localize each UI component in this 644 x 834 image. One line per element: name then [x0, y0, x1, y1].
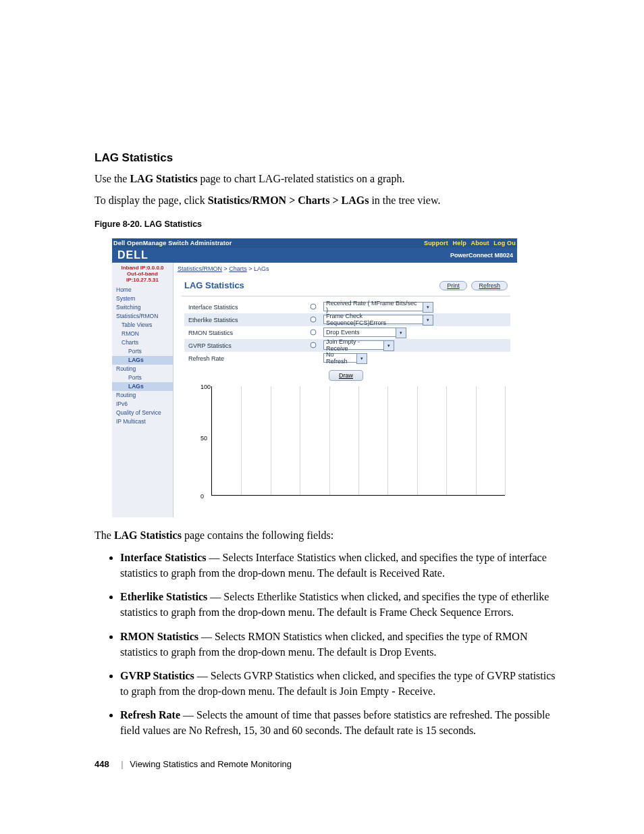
sidebar-item[interactable]: Ports: [112, 373, 173, 382]
select-value[interactable]: Frame Check Sequence(FCS)Errors: [323, 315, 423, 324]
option-row: RMON StatisticsDrop Events▾: [184, 326, 510, 339]
refresh-button[interactable]: Refresh: [471, 281, 508, 290]
chevron-down-icon[interactable]: ▾: [356, 353, 367, 364]
text: To display the page, click: [95, 194, 208, 206]
select-value[interactable]: Drop Events: [323, 328, 396, 337]
select-value[interactable]: Received Rate ( MFrame Bits/sec ): [323, 302, 423, 311]
window-title: Dell OpenManage Switch Administrator: [113, 240, 232, 246]
chevron-down-icon[interactable]: ▾: [423, 315, 433, 325]
window-titlebar: Dell OpenManage Switch Administrator Sup…: [112, 238, 517, 248]
gridline: [271, 386, 271, 495]
sidebar-item[interactable]: IP Multicast: [112, 417, 173, 426]
sidebar-item[interactable]: Charts: [112, 338, 173, 347]
breadcrumb: Statistics/RMON > Charts > LAGs: [178, 265, 517, 272]
main-panel: Statistics/RMON > Charts > LAGs LAG Stat…: [173, 263, 517, 517]
text-bold: LAG Statistics: [130, 173, 197, 184]
option-row: Interface StatisticsReceived Rate ( MFra…: [184, 301, 510, 313]
fields-list: Interface Statistics — Selects Interface…: [103, 550, 564, 739]
option-label: Etherlike Statistics: [184, 317, 303, 323]
footer-chapter: Viewing Statistics and Remote Monitoring: [130, 759, 292, 769]
select-value[interactable]: Join Empty - Receive: [323, 340, 384, 350]
embedded-screenshot: Dell OpenManage Switch Administrator Sup…: [112, 238, 517, 517]
link-support[interactable]: Support: [424, 240, 448, 246]
svg-point-2: [311, 330, 316, 335]
list-item: Refresh Rate — Selects the amount of tim…: [120, 707, 564, 738]
text: page to chart LAG-related statistics on …: [197, 173, 404, 184]
gridline: [417, 386, 418, 495]
gridline: [241, 386, 242, 495]
chevron-down-icon[interactable]: ▾: [396, 328, 406, 338]
gridline: [358, 386, 359, 495]
gridline: [300, 386, 300, 495]
breadcrumb-link[interactable]: Statistics/RMON: [178, 265, 222, 272]
product-name: PowerConnect M8024: [450, 252, 513, 259]
text: page contains the following fields:: [182, 529, 333, 541]
radio-button[interactable]: [303, 329, 323, 337]
dell-logo: DELL: [116, 249, 149, 261]
outofband-ip: Out-of-band IP:10.27.5.31: [113, 271, 171, 284]
svg-point-1: [311, 317, 316, 322]
field-name: Interface Statistics: [120, 552, 207, 563]
brand-bar: DELL PowerConnect M8024: [112, 248, 517, 263]
section-heading: LAG Statistics: [95, 151, 564, 165]
sidebar-item[interactable]: LAGs: [112, 356, 173, 365]
select-value[interactable]: No Refresh: [323, 353, 357, 363]
sidebar: Inband IP:0.0.0.0 Out-of-band IP:10.27.5…: [112, 263, 173, 517]
field-desc: — Selects the amount of time that passes…: [120, 709, 550, 736]
list-item: Interface Statistics — Selects Interface…: [120, 550, 564, 581]
text-bold: Statistics/RMON > Charts > LAGs: [208, 194, 369, 206]
svg-point-3: [311, 342, 316, 348]
svg-point-0: [311, 304, 316, 309]
text-bold: LAG Statistics: [114, 529, 182, 541]
option-row: Etherlike StatisticsFrame Check Sequence…: [184, 313, 510, 326]
draw-button[interactable]: Draw: [329, 370, 363, 381]
options-table: Interface StatisticsReceived Rate ( MFra…: [184, 301, 510, 365]
chart-axes: [211, 386, 505, 496]
list-item: GVRP Statistics — Selects GVRP Statistic…: [120, 668, 564, 699]
chevron-down-icon[interactable]: ▾: [423, 302, 433, 313]
y-tick-label: 50: [200, 435, 207, 442]
list-item: Etherlike Statistics — Selects Etherlike…: [120, 589, 564, 620]
sidebar-item[interactable]: LAGs: [112, 382, 173, 391]
link-logout[interactable]: Log Ou: [493, 240, 516, 246]
sidebar-item[interactable]: RMON: [112, 330, 173, 338]
option-label: Refresh Rate: [184, 355, 303, 362]
radio-button[interactable]: [303, 316, 323, 324]
field-name: Refresh Rate: [120, 709, 180, 721]
radio-button[interactable]: [303, 303, 323, 311]
radio-button[interactable]: [303, 342, 323, 350]
sidebar-item[interactable]: Switching: [112, 303, 173, 312]
sidebar-item[interactable]: Home: [112, 286, 173, 294]
breadcrumb-link[interactable]: Charts: [229, 265, 247, 272]
sidebar-item[interactable]: Statistics/RMON: [112, 312, 173, 321]
sidebar-item[interactable]: System: [112, 294, 173, 303]
sidebar-item[interactable]: Routing: [112, 391, 173, 400]
link-help[interactable]: Help: [453, 240, 466, 246]
sidebar-item[interactable]: Ports: [112, 347, 173, 356]
text: Use the: [95, 173, 130, 184]
print-button[interactable]: Print: [439, 281, 467, 290]
list-item: RMON Statistics — Selects RMON Statistic…: [120, 629, 564, 660]
sidebar-item[interactable]: Quality of Service: [112, 409, 173, 417]
window-top-links: Support Help About Log Ou: [421, 240, 516, 246]
intro-text-1: Use the LAG Statistics page to chart LAG…: [95, 172, 564, 186]
gridline: [505, 386, 506, 495]
fields-intro: The LAG Statistics page contains the fol…: [95, 528, 564, 543]
figure-label: Figure 8-20. LAG Statistics: [95, 219, 564, 229]
option-label: GVRP Statistics: [184, 342, 303, 349]
field-name: GVRP Statistics: [120, 670, 194, 681]
text: in the tree view.: [369, 194, 440, 206]
text: The: [95, 529, 114, 541]
link-about[interactable]: About: [471, 240, 489, 246]
breadcrumb-current: LAGs: [254, 265, 269, 272]
intro-text-2: To display the page, click Statistics/RM…: [95, 193, 564, 208]
sidebar-item[interactable]: Table Views: [112, 321, 173, 330]
sidebar-item[interactable]: IPv6: [112, 400, 173, 409]
chevron-down-icon[interactable]: ▾: [383, 340, 394, 351]
gridline: [476, 386, 477, 495]
sidebar-item[interactable]: Routing: [112, 365, 173, 373]
option-row: GVRP StatisticsJoin Empty - Receive▾: [184, 339, 510, 352]
y-tick-label: 0: [200, 493, 204, 500]
option-row: Refresh RateNo Refresh▾: [184, 352, 510, 365]
page-footer: 448 | Viewing Statistics and Remote Moni…: [95, 759, 292, 769]
